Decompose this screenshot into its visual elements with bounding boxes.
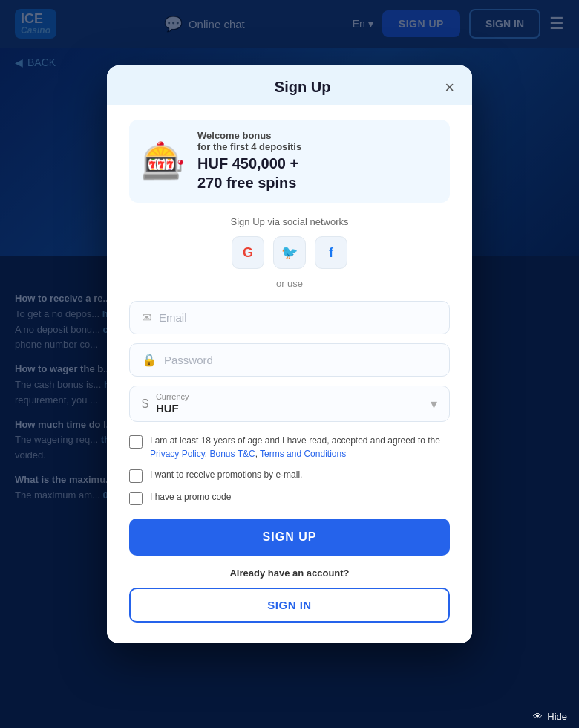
email-field-container: ✉ — [129, 301, 450, 334]
currency-dollar-icon: $ — [142, 397, 148, 411]
hide-label: Hide — [547, 711, 567, 722]
promotions-checkbox-row: I want to receive promotions by e-mail. — [129, 468, 450, 483]
currency-label: Currency — [156, 392, 423, 401]
twitter-signin-button[interactable]: 🐦 — [273, 236, 306, 269]
signup-modal: Sign Up × 🎰 Welcome bonus for the first … — [107, 65, 472, 643]
promotions-checkbox[interactable] — [129, 469, 143, 483]
social-buttons: G 🐦 f — [129, 236, 450, 269]
eye-icon: 👁 — [533, 711, 543, 722]
or-use-label: or use — [129, 278, 450, 289]
promo-code-checkbox-row: I have a promo code — [129, 490, 450, 505]
facebook-icon: f — [329, 245, 333, 261]
modal-title: Sign Up — [160, 79, 445, 96]
currency-selector[interactable]: $ Currency HUF ▾ — [129, 386, 450, 422]
chevron-down-icon: ▾ — [431, 396, 437, 412]
facebook-signin-button[interactable]: f — [315, 236, 347, 269]
bonus-section: 🎰 Welcome bonus for the first 4 depositi… — [129, 120, 450, 203]
twitter-icon: 🐦 — [281, 244, 298, 261]
terms-label[interactable]: I am at least 18 years of age and I have… — [150, 434, 450, 461]
terms-checkbox[interactable] — [129, 435, 143, 449]
password-input[interactable] — [164, 354, 437, 366]
bonus-amount: HUF 450,000 + 270 free spins — [197, 154, 438, 192]
bottom-bar[interactable]: 👁 Hide — [521, 705, 579, 728]
terms-conditions-link[interactable]: Terms and Conditions — [260, 449, 346, 459]
signup-submit-button[interactable]: SIGN UP — [129, 519, 450, 556]
slots-icon: 🎰 — [141, 143, 186, 179]
bonus-label: Welcome bonus for the first 4 depositis — [197, 130, 438, 152]
currency-value: HUF — [156, 402, 179, 415]
lock-icon: 🔒 — [142, 353, 157, 367]
bonus-tnc-link[interactable]: Bonus T&C — [209, 449, 255, 459]
modal-close-button[interactable]: × — [445, 79, 454, 96]
promotions-label[interactable]: I want to receive promotions by e-mail. — [150, 468, 302, 481]
email-input[interactable] — [159, 311, 437, 324]
social-label: Sign Up via social networks — [129, 216, 450, 227]
modal-body: 🎰 Welcome bonus for the first 4 depositi… — [107, 105, 472, 643]
password-field-container: 🔒 — [129, 343, 450, 377]
modal-signin-button[interactable]: SIGN IN — [129, 588, 450, 623]
bonus-text: Welcome bonus for the first 4 depositis … — [197, 130, 438, 192]
promo-code-checkbox[interactable] — [129, 492, 143, 505]
promo-code-label[interactable]: I have a promo code — [150, 490, 231, 504]
currency-content: Currency HUF — [156, 392, 423, 415]
google-signin-button[interactable]: G — [232, 236, 264, 269]
already-account-text: Already have an account? — [129, 568, 450, 579]
privacy-policy-link[interactable]: Privacy Policy — [150, 449, 205, 459]
email-icon: ✉ — [142, 311, 151, 325]
terms-checkbox-row: I am at least 18 years of age and I have… — [129, 434, 450, 461]
modal-header: Sign Up × — [107, 65, 472, 105]
google-icon: G — [243, 245, 253, 261]
